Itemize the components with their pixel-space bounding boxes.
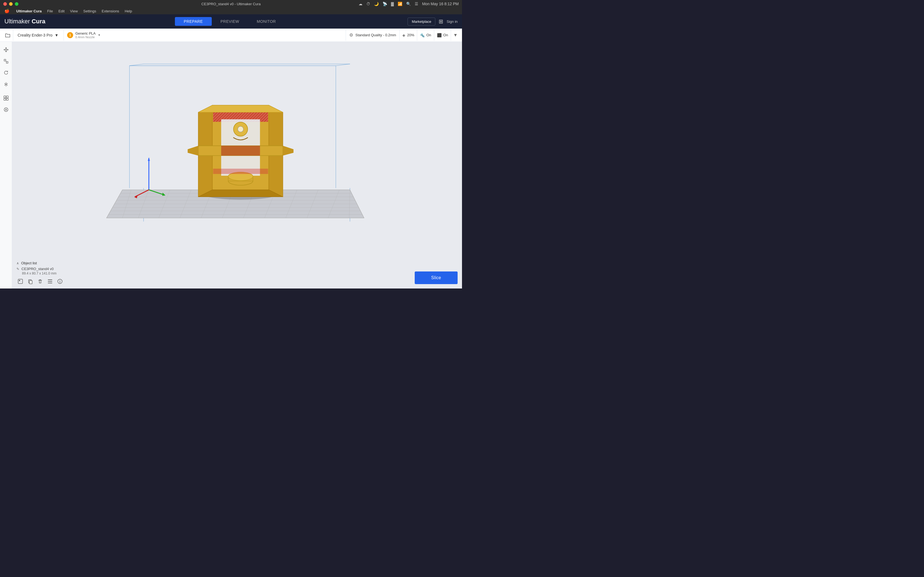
quality-label: Standard Quality - 0.2mm <box>355 33 396 37</box>
slice-button-container: Slice <box>415 271 457 284</box>
delete-object-button[interactable] <box>36 277 44 285</box>
object-name: CE3PRO_stand4 v0 <box>21 267 53 271</box>
svg-point-54 <box>238 126 244 132</box>
logo-ultimaker: Ultimaker <box>5 18 30 25</box>
infill-value: 20% <box>407 33 414 37</box>
tab-monitor[interactable]: MONITOR <box>248 17 284 26</box>
wifi-icon: 📶 <box>397 2 402 6</box>
search-icon[interactable]: 🔍 <box>406 2 411 6</box>
svg-rect-5 <box>6 98 8 100</box>
object-dimensions: 89.4 x 80.7 x 141.0 mm <box>22 271 457 275</box>
tab-preview[interactable]: PREVIEW <box>212 17 248 26</box>
view-menu[interactable]: View <box>68 8 80 14</box>
material-selector[interactable]: 1 Generic PLA 0.4mm Nozzle ▼ <box>64 30 346 41</box>
help-menu[interactable]: Help <box>123 8 134 14</box>
object-list-item: ✎ CE3PRO_stand4 v0 <box>16 267 457 271</box>
svg-marker-44 <box>198 190 283 197</box>
adhesion-selector[interactable]: ⬛ On <box>434 30 451 41</box>
info-object-button[interactable] <box>56 277 64 285</box>
material-badge: 1 <box>67 32 73 38</box>
viewport-3d[interactable]: ∧ Object list ✎ CE3PRO_stand4 v0 89.4 x … <box>12 42 462 288</box>
svg-rect-0 <box>4 60 6 61</box>
scale-tool-button[interactable] <box>2 56 11 66</box>
nightmode-icon: 🌙 <box>374 2 379 6</box>
open-file-button[interactable] <box>2 30 13 41</box>
slice-button[interactable]: Slice <box>415 271 457 284</box>
svg-rect-4 <box>4 98 6 100</box>
quality-selector[interactable]: ⚙ Standard Quality - 0.2mm <box>346 30 400 41</box>
edit-menu[interactable]: Edit <box>56 8 66 14</box>
extensions-menu[interactable]: Extensions <box>100 8 121 14</box>
battery-icon: ▓ <box>391 2 394 6</box>
copy-object-button[interactable] <box>26 277 34 285</box>
traffic-lights <box>3 2 18 6</box>
move-tool-button[interactable] <box>2 45 11 55</box>
svg-rect-1 <box>6 61 8 63</box>
toolbar: Creality Ender-3 Pro ▼ 1 Generic PLA 0.4… <box>0 29 462 42</box>
tab-prepare[interactable]: PREPARE <box>175 17 212 26</box>
main-area: ∧ Object list ✎ CE3PRO_stand4 v0 89.4 x … <box>0 42 462 288</box>
bottom-panel: ∧ Object list ✎ CE3PRO_stand4 v0 89.4 x … <box>12 258 462 288</box>
bluetooth-icon: 📡 <box>383 2 387 6</box>
title-bar: CE3PRO_stand4 v0 - Ultimaker Cura ☁ ⏱ 🌙 … <box>0 0 462 8</box>
file-menu[interactable]: File <box>45 8 55 14</box>
settings-object-button[interactable] <box>46 277 54 285</box>
scene-svg <box>12 42 462 288</box>
svg-rect-2 <box>4 96 6 98</box>
quality-icon: ⚙ <box>349 32 353 38</box>
object-list-header[interactable]: ∧ Object list <box>16 261 457 265</box>
support-selector[interactable]: 🔩 On <box>417 30 434 41</box>
apps-grid-button[interactable]: ⊞ <box>439 18 443 25</box>
clock-icon: ⏱ <box>366 2 370 6</box>
title-bar-right: ☁ ⏱ 🌙 📡 ▓ 📶 🔍 ☰ Mon May 16 8:12 PM <box>359 2 459 6</box>
material-nozzle: 0.4mm Nozzle <box>75 35 96 39</box>
svg-rect-65 <box>29 280 32 284</box>
svg-rect-49 <box>221 146 260 156</box>
settings-menu[interactable]: Settings <box>81 8 99 14</box>
printer-chevron-icon: ▼ <box>55 33 58 37</box>
mirror-tool-button[interactable] <box>2 80 11 89</box>
view-object-button[interactable] <box>16 277 24 285</box>
logo-cura: Cura <box>32 18 45 25</box>
signin-button[interactable]: Sign in <box>447 19 457 24</box>
nav-tabs: PREPARE PREVIEW MONITOR <box>52 17 407 26</box>
minimize-button[interactable] <box>9 2 13 6</box>
adhesion-icon: ⬛ <box>437 33 442 37</box>
settings-expand-button[interactable]: ▼ <box>451 30 460 41</box>
app-header: Ultimaker Cura PREPARE PREVIEW MONITOR M… <box>0 14 462 29</box>
support-label: On <box>426 33 431 37</box>
svg-point-70 <box>60 280 60 280</box>
object-action-icons <box>16 277 457 285</box>
printer-selector[interactable]: Creality Ender-3 Pro ▼ <box>14 30 64 41</box>
app-menu[interactable]: Ultimaker Cura <box>14 8 44 14</box>
control-center-icon[interactable]: ☰ <box>415 2 418 6</box>
infill-icon: ◈ <box>402 33 405 37</box>
adhesion-label: On <box>443 33 448 37</box>
menu-bar: 🍎 Ultimaker Cura File Edit View Settings… <box>0 8 462 14</box>
apple-menu[interactable]: 🍎 <box>2 8 12 14</box>
svg-rect-3 <box>6 96 8 98</box>
rotate-tool-button[interactable] <box>2 68 11 77</box>
dropbox-icon: ☁ <box>359 2 362 6</box>
support-blocker-button[interactable] <box>2 105 11 114</box>
edit-icon: ✎ <box>16 267 19 271</box>
object-list-label: Object list <box>21 261 37 265</box>
maximize-button[interactable] <box>15 2 18 6</box>
left-toolbar <box>0 42 12 288</box>
svg-rect-68 <box>48 283 52 283</box>
material-info: Generic PLA 0.4mm Nozzle <box>75 31 96 39</box>
material-name: Generic PLA <box>75 31 96 35</box>
object-list-toggle-icon: ∧ <box>16 261 19 265</box>
infill-selector[interactable]: ◈ 20% <box>400 30 417 41</box>
svg-rect-63 <box>19 280 20 281</box>
per-model-settings-button[interactable] <box>2 93 11 103</box>
svg-rect-55 <box>213 169 268 174</box>
close-button[interactable] <box>3 2 7 6</box>
marketplace-button[interactable]: Marketplace <box>407 18 435 26</box>
printer-name: Creality Ender-3 Pro <box>18 33 53 37</box>
app-logo: Ultimaker Cura <box>5 18 45 25</box>
window-title: CE3PRO_stand4 v0 - Ultimaker Cura <box>201 2 260 6</box>
header-right: Marketplace ⊞ Sign in <box>407 18 457 26</box>
svg-rect-62 <box>18 279 23 284</box>
svg-marker-43 <box>198 105 283 112</box>
